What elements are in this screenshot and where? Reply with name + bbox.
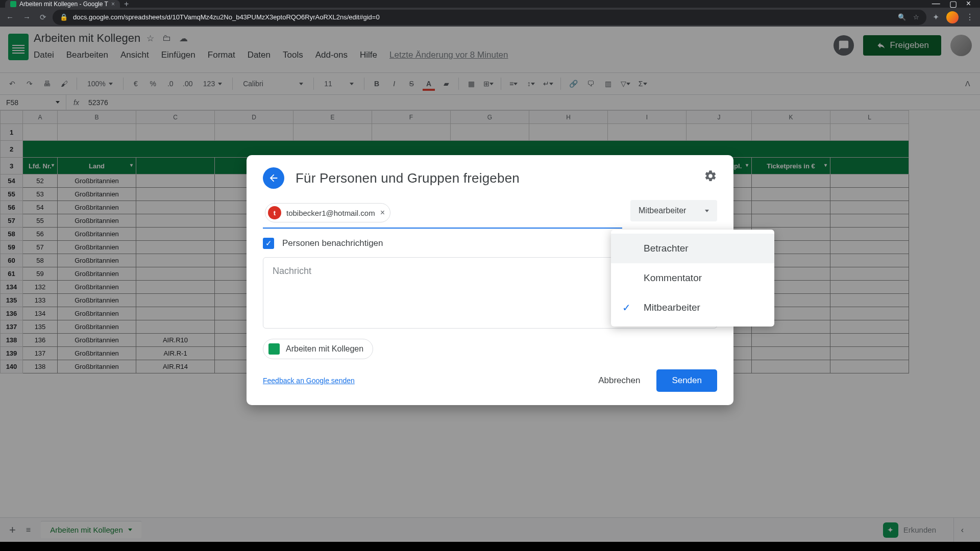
role-selected-label: Mitbearbeiter xyxy=(639,206,686,215)
url-input[interactable]: 🔒 docs.google.com/spreadsheets/d/10TVamq… xyxy=(53,10,926,25)
share-dialog: Für Personen und Gruppen freigeben t tob… xyxy=(247,155,733,405)
browser-tab[interactable]: Arbeiten mit Kollegen - Google T × xyxy=(5,0,120,8)
extensions-icon[interactable]: ✦ xyxy=(933,12,939,22)
person-email: tobibecker1@hotmail.com xyxy=(286,209,375,217)
menu-icon[interactable]: ⋮ xyxy=(966,12,974,22)
dialog-title: Für Personen und Gruppen freigeben xyxy=(296,170,520,186)
close-tab-icon[interactable]: × xyxy=(111,1,115,8)
role-select[interactable]: Mitbearbeiter Betrachter Kommentator ✓ M… xyxy=(630,200,717,221)
role-option-viewer[interactable]: Betrachter xyxy=(611,234,774,263)
profile-avatar-icon[interactable] xyxy=(946,11,959,23)
tab-bar: Arbeiten mit Kollegen - Google T × + — ▢… xyxy=(0,0,980,8)
role-dropdown-menu: Betrachter Kommentator ✓ Mitbearbeiter xyxy=(611,230,774,327)
zoom-icon[interactable]: 🔍 xyxy=(898,13,906,21)
attachment-chip: Arbeiten mit Kollegen xyxy=(263,339,373,359)
notify-label: Personen benachrichtigen xyxy=(282,238,383,248)
notify-checkbox[interactable]: ✓ xyxy=(263,238,274,249)
taskbar xyxy=(0,542,980,551)
send-button[interactable]: Senden xyxy=(656,369,717,392)
cancel-button[interactable]: Abbrechen xyxy=(593,370,645,391)
forward-icon[interactable]: → xyxy=(23,13,31,22)
remove-person-icon[interactable]: × xyxy=(380,208,385,217)
back-button[interactable] xyxy=(263,167,284,189)
chevron-down-icon xyxy=(705,210,709,212)
role-option-commenter[interactable]: Kommentator xyxy=(611,263,774,293)
message-placeholder: Nachricht xyxy=(273,266,311,276)
address-bar: ← → ⟳ 🔒 docs.google.com/spreadsheets/d/1… xyxy=(0,8,980,27)
star-icon[interactable]: ☆ xyxy=(913,13,919,21)
settings-button[interactable] xyxy=(704,169,717,185)
sheets-favicon xyxy=(10,1,16,7)
attachment-name: Arbeiten mit Kollegen xyxy=(286,344,363,354)
tab-title: Arbeiten mit Kollegen - Google T xyxy=(19,1,108,8)
check-icon: ✓ xyxy=(622,302,631,314)
role-option-editor[interactable]: ✓ Mitbearbeiter xyxy=(611,293,774,322)
feedback-link[interactable]: Feedback an Google senden xyxy=(263,377,355,385)
person-avatar-icon: t xyxy=(268,206,281,219)
person-chip: t tobibecker1@hotmail.com × xyxy=(265,203,390,222)
share-dialog-backdrop: Für Personen und Gruppen freigeben t tob… xyxy=(0,27,980,542)
url-text: docs.google.com/spreadsheets/d/10TVamqMz… xyxy=(73,13,380,21)
reload-icon[interactable]: ⟳ xyxy=(40,13,46,22)
lock-icon: 🔒 xyxy=(60,13,68,21)
back-icon[interactable]: ← xyxy=(6,13,14,22)
people-input[interactable]: t tobibecker1@hotmail.com × xyxy=(263,200,622,229)
sheets-icon xyxy=(268,343,280,355)
browser-chrome: Arbeiten mit Kollegen - Google T × + — ▢… xyxy=(0,0,980,27)
